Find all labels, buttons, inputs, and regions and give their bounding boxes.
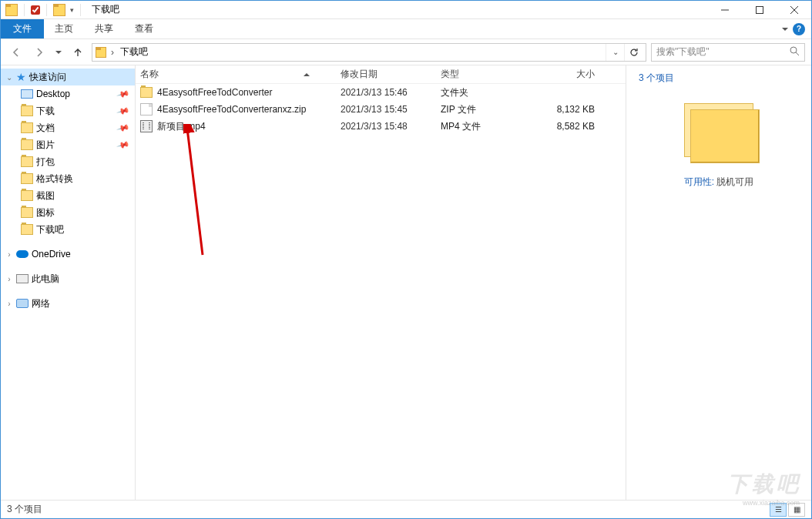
- file-date: 2021/3/13 15:45: [341, 104, 441, 115]
- sidebar-item[interactable]: 截图: [1, 187, 135, 204]
- availability-line: 可用性: 脱机可用: [639, 176, 799, 189]
- sidebar-item-label: 文档: [36, 122, 55, 135]
- file-row[interactable]: 4EasysoftFreeTodConverter 2021/3/13 15:4…: [136, 84, 626, 101]
- svg-rect-1: [756, 6, 763, 13]
- expand-icon[interactable]: ›: [5, 300, 13, 308]
- file-rows: 4EasysoftFreeTodConverter 2021/3/13 15:4…: [136, 84, 626, 500]
- folder-icon: [96, 47, 106, 58]
- column-header-size[interactable]: 大小: [533, 68, 610, 81]
- file-name: 4EasysoftFreeTodConverteranxz.zip: [157, 104, 306, 115]
- file-size: 8,582 KB: [533, 121, 610, 132]
- sidebar-item-downloads[interactable]: 下载📌: [1, 102, 135, 119]
- sidebar-item-label: 截图: [36, 189, 55, 203]
- folder-icon: [21, 173, 33, 184]
- qat-dropdown-icon[interactable]: ▾: [70, 6, 74, 14]
- ribbon-tab-share[interactable]: 共享: [84, 19, 124, 39]
- view-thumbnails-button[interactable]: ▦: [788, 503, 805, 517]
- sidebar-item-label: 格式转换: [36, 172, 73, 186]
- sidebar-item[interactable]: 下载吧: [1, 221, 135, 238]
- cloud-icon: [16, 250, 29, 258]
- column-headers: 名称 修改日期 类型 大小: [136, 65, 626, 84]
- breadcrumb-segment[interactable]: 下载吧: [119, 45, 149, 59]
- column-header-name[interactable]: 名称: [140, 68, 341, 81]
- folder-icon: [140, 87, 153, 98]
- file-date: 2021/3/13 15:48: [341, 121, 441, 132]
- expand-icon[interactable]: ›: [5, 275, 13, 283]
- ribbon-tab-home[interactable]: 主页: [44, 19, 84, 39]
- file-row[interactable]: 新项目.mp4 2021/3/13 15:48 MP4 文件 8,582 KB: [136, 118, 626, 135]
- folder-icon: [21, 190, 33, 201]
- ribbon: 文件 主页 共享 查看 ?: [1, 19, 811, 39]
- file-type: MP4 文件: [441, 120, 533, 133]
- ribbon-collapse-icon[interactable]: [782, 28, 788, 31]
- pin-icon: 📌: [116, 87, 131, 101]
- sidebar-item-label: 图片: [36, 139, 55, 152]
- sort-asc-icon: [304, 73, 310, 76]
- sidebar-item-label: 打包: [36, 156, 55, 169]
- chevron-right-icon[interactable]: ›: [109, 47, 116, 58]
- pin-icon: 📌: [116, 138, 131, 152]
- expand-icon[interactable]: ›: [5, 250, 13, 259]
- sidebar-onedrive[interactable]: ›OneDrive: [1, 246, 135, 263]
- sidebar-item-label: 下载吧: [36, 223, 64, 236]
- nav-recent-button[interactable]: [53, 43, 64, 62]
- column-header-date[interactable]: 修改日期: [341, 68, 441, 81]
- expand-icon[interactable]: ⌄: [5, 73, 13, 82]
- ribbon-tab-view[interactable]: 查看: [124, 19, 164, 39]
- nav-back-button[interactable]: [7, 43, 25, 62]
- sidebar-item-desktop[interactable]: Desktop📌: [1, 85, 135, 102]
- separator: [24, 4, 25, 16]
- ribbon-file-tab[interactable]: 文件: [1, 19, 44, 39]
- availability-value: 脱机可用: [716, 176, 753, 187]
- nav-up-button[interactable]: [69, 43, 87, 62]
- sidebar-item-documents[interactable]: 文档📌: [1, 119, 135, 136]
- video-icon: [140, 120, 153, 132]
- file-row[interactable]: 4EasysoftFreeTodConverteranxz.zip 2021/3…: [136, 101, 626, 118]
- sidebar-item-label: 下载: [36, 105, 55, 118]
- sidebar-item[interactable]: 格式转换: [1, 170, 135, 187]
- svg-line-5: [796, 52, 799, 55]
- details-title: 3 个项目: [639, 72, 799, 85]
- column-header-type[interactable]: 类型: [441, 68, 533, 81]
- separator: [46, 4, 47, 16]
- sidebar-quick-access[interactable]: ⌄ ★ 快速访问: [1, 69, 135, 85]
- sidebar-label: 快速访问: [29, 71, 66, 84]
- title-left: ▾ 下载吧: [1, 3, 119, 16]
- close-button[interactable]: [777, 1, 811, 19]
- status-bar: 3 个项目 ☰ ▦: [1, 500, 811, 518]
- minimize-button[interactable]: [707, 1, 742, 19]
- sidebar-item[interactable]: 图标: [1, 204, 135, 221]
- address-bar[interactable]: › 下载吧 ⌄: [92, 43, 646, 62]
- title-bar: ▾ 下载吧: [1, 1, 811, 19]
- address-dropdown-button[interactable]: ⌄: [606, 44, 624, 61]
- folder-icon: [5, 4, 18, 16]
- sidebar-this-pc[interactable]: ›此电脑: [1, 270, 135, 287]
- file-name: 新项目.mp4: [157, 120, 206, 133]
- view-details-button[interactable]: ☰: [770, 503, 787, 517]
- sidebar-item[interactable]: 打包: [1, 153, 135, 170]
- status-text: 3 个项目: [7, 503, 42, 516]
- folder-icon: [21, 122, 33, 133]
- maximize-button[interactable]: [742, 1, 777, 19]
- folder-icon: [21, 139, 33, 150]
- folder-thumbnail: [676, 95, 761, 165]
- annotation-arrow: [183, 124, 214, 263]
- search-input[interactable]: 搜索"下载吧": [651, 43, 805, 62]
- sidebar-network[interactable]: ›网络: [1, 295, 135, 312]
- star-icon: ★: [16, 71, 26, 83]
- sidebar-item-pictures[interactable]: 图片📌: [1, 136, 135, 153]
- pin-icon: 📌: [116, 121, 131, 135]
- svg-line-6: [187, 129, 203, 255]
- file-date: 2021/3/13 15:46: [341, 87, 441, 98]
- help-icon[interactable]: ?: [793, 23, 805, 35]
- separator: [80, 4, 81, 16]
- file-type: 文件夹: [441, 86, 533, 99]
- folder-icon: [21, 207, 33, 218]
- file-name: 4EasysoftFreeTodConverter: [157, 87, 272, 98]
- nav-forward-button[interactable]: [30, 43, 49, 62]
- window-controls: [707, 1, 811, 19]
- qat-checkbox[interactable]: [31, 5, 40, 15]
- folder-icon: [21, 105, 33, 116]
- refresh-button[interactable]: [624, 44, 643, 61]
- nav-bar: › 下载吧 ⌄ 搜索"下载吧": [1, 39, 811, 65]
